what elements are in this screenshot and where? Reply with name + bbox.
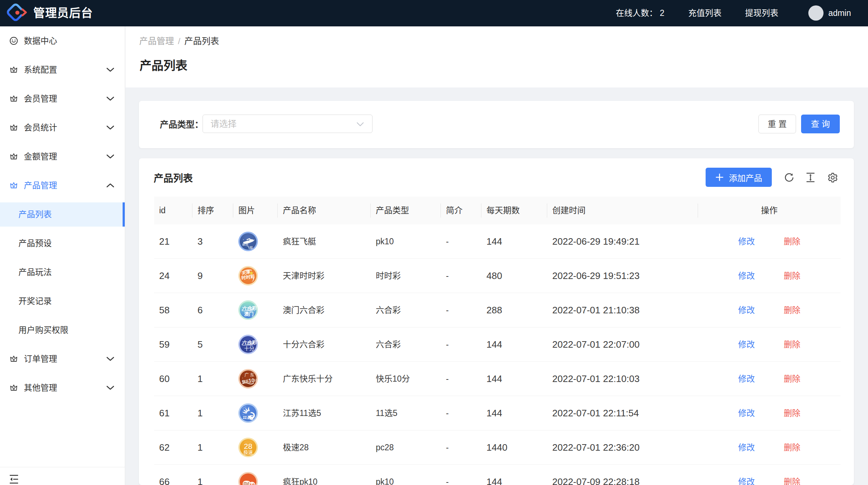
svg-text:六合彩: 六合彩 (242, 340, 257, 345)
svg-text:十分: 十分 (244, 345, 254, 351)
svg-text:28: 28 (244, 442, 252, 450)
svg-text:极速: 极速 (243, 450, 253, 455)
svg-text:10: 10 (250, 482, 255, 485)
svg-text:澳门: 澳门 (244, 311, 254, 317)
svg-text:飞艇: 飞艇 (247, 246, 253, 249)
svg-text:分: 分 (254, 378, 258, 382)
svg-text:5: 5 (250, 414, 254, 421)
svg-text:六合彩: 六合彩 (242, 306, 257, 311)
